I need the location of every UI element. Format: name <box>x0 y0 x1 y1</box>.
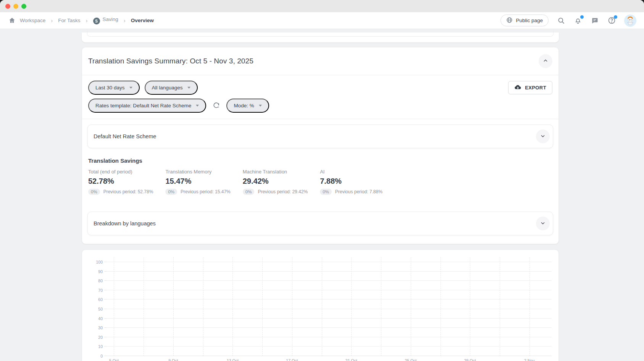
translation-savings-summary-card: Translation Savings Summary: Oct 5 - Nov… <box>82 47 559 244</box>
x-tick-label: 13 Oct <box>227 358 239 361</box>
divider <box>82 119 558 119</box>
delta-badge: 0% <box>243 189 255 195</box>
mode-select[interactable]: Mode: % <box>226 99 269 113</box>
stat-total: Total (end of period) 52.78% 0% Previous… <box>88 169 153 195</box>
breadcrumb-item-for-tasks[interactable]: For Tasks <box>58 18 80 23</box>
refresh-icon <box>213 102 220 110</box>
bars-layer <box>107 262 552 356</box>
expand-rate-scheme-button[interactable] <box>536 130 550 143</box>
chevron-right-icon: › <box>51 17 53 24</box>
y-tick-label: 50 <box>90 307 103 311</box>
zoom-window-button[interactable] <box>21 4 26 9</box>
chart-plot: 0102030405060708090100 <box>107 262 552 356</box>
breakdown-panel-title: Breakdown by languages <box>94 220 156 227</box>
savings-stats: Total (end of period) 52.78% 0% Previous… <box>82 164 558 204</box>
x-tick-label: 29 Oct <box>464 358 476 361</box>
y-tick-label: 0 <box>90 354 103 358</box>
stat-machine-translation: Machine Translation 29.42% 0% Previous p… <box>243 169 308 195</box>
stacked-bar-chart: 0102030405060708090100 5 Oct9 Oct13 Oct1… <box>107 262 552 361</box>
home-icon[interactable] <box>8 16 16 25</box>
x-tick-label: 5 Oct <box>109 358 119 361</box>
previous-panel-partial <box>87 30 554 37</box>
app-window: Workspace › For Tasks › SSaving › Overvi… <box>0 0 644 361</box>
languages-select[interactable]: All languages <box>145 81 198 95</box>
translation-savings-heading: Translation Savings <box>88 157 552 164</box>
minimize-window-button[interactable] <box>13 4 18 9</box>
notification-dot <box>614 15 617 19</box>
x-tick-label: 2 Nov <box>524 358 534 361</box>
globe-icon <box>506 17 513 24</box>
top-navigation-bar: Workspace › For Tasks › SSaving › Overvi… <box>0 12 644 29</box>
stat-translations-memory: Translations Memory 15.47% 0% Previous p… <box>165 169 230 195</box>
x-tick-label: 25 Oct <box>405 358 416 361</box>
export-button[interactable]: EXPORT <box>508 81 552 94</box>
y-tick-label: 40 <box>90 316 103 321</box>
chevron-down-icon <box>540 133 546 140</box>
rates-template-select[interactable]: Rates template: Default Net Rate Scheme <box>88 99 206 113</box>
y-tick-label: 30 <box>90 325 103 330</box>
rate-scheme-panel: Default Net Rate Scheme <box>87 125 553 148</box>
chevron-down-icon <box>187 87 190 89</box>
refresh-button[interactable] <box>211 100 221 112</box>
savings-chart-card: 0102030405060708090100 5 Oct9 Oct13 Oct1… <box>82 249 559 361</box>
y-tick-label: 100 <box>90 260 103 264</box>
y-tick-label: 20 <box>90 335 103 340</box>
stat-ai: AI 7.88% 0% Previous period: 7.88% <box>320 169 383 195</box>
delta-badge: 0% <box>88 189 100 195</box>
expand-breakdown-button[interactable] <box>536 217 550 230</box>
search-icon[interactable] <box>557 16 565 25</box>
x-tick-label: 9 Oct <box>168 358 178 361</box>
chevron-down-icon <box>129 87 132 89</box>
breadcrumb-item-saving[interactable]: SSaving <box>93 16 118 25</box>
rate-scheme-panel-title: Default Net Rate Scheme <box>94 133 156 139</box>
filters-section: Last 30 days All languages <box>82 75 558 119</box>
date-range-select[interactable]: Last 30 days <box>88 81 140 95</box>
chevron-down-icon <box>540 220 546 227</box>
help-icon[interactable] <box>607 16 616 25</box>
y-tick-label: 10 <box>90 344 103 349</box>
y-tick-label: 90 <box>90 269 103 274</box>
previous-card-partial <box>82 32 559 42</box>
summary-card-title: Translation Savings Summary: Oct 5 - Nov… <box>88 57 253 65</box>
y-tick-label: 60 <box>90 297 103 302</box>
chevron-down-icon <box>259 105 262 107</box>
y-tick-label: 70 <box>90 288 103 293</box>
chevron-right-icon: › <box>124 17 126 24</box>
collapse-section-button[interactable] <box>539 54 552 68</box>
user-avatar[interactable] <box>624 15 636 27</box>
chevron-up-icon <box>543 58 548 65</box>
x-tick-label: 17 Oct <box>286 358 298 361</box>
notifications-bell-icon[interactable] <box>574 16 582 25</box>
chevron-down-icon <box>196 105 199 107</box>
x-tick-label: 21 Oct <box>345 358 357 361</box>
delta-badge: 0% <box>320 189 332 195</box>
cloud-download-icon <box>514 84 521 92</box>
breadcrumb-item-overview[interactable]: Overview <box>131 18 154 23</box>
delta-badge: 0% <box>165 189 177 195</box>
breadcrumb-item-workspace[interactable]: Workspace <box>20 18 45 23</box>
chart-x-axis: 5 Oct9 Oct13 Oct17 Oct21 Oct25 Oct29 Oct… <box>107 358 552 361</box>
chevron-right-icon: › <box>86 17 88 24</box>
breakdown-panel: Breakdown by languages <box>87 212 553 235</box>
notification-dot <box>580 15 584 19</box>
page-content: Translation Savings Summary: Oct 5 - Nov… <box>0 29 644 361</box>
public-page-button[interactable]: Public page <box>500 15 549 26</box>
chat-icon[interactable] <box>591 16 599 25</box>
titlebar <box>0 0 644 12</box>
y-tick-label: 80 <box>90 278 103 283</box>
project-badge: S <box>93 18 100 24</box>
close-window-button[interactable] <box>5 4 10 9</box>
